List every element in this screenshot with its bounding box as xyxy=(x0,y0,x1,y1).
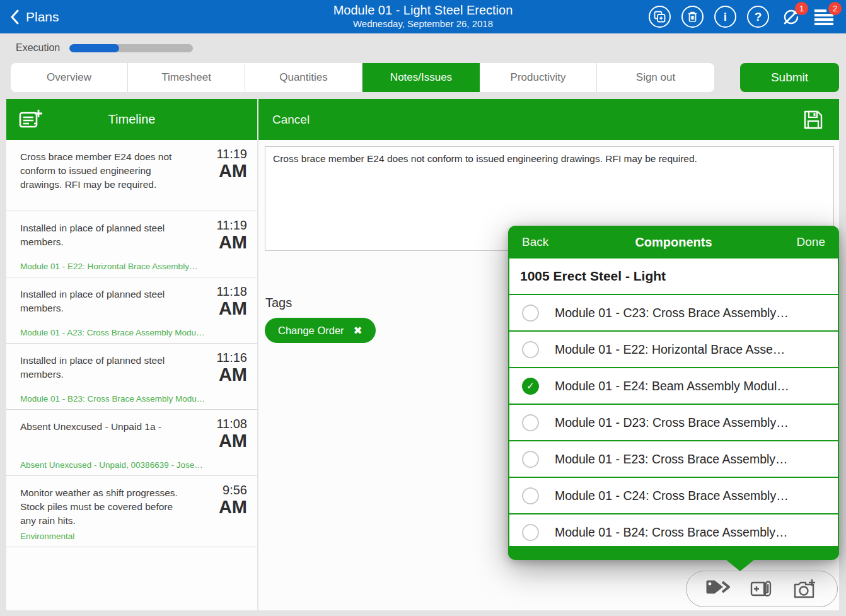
tab-timesheet[interactable]: Timesheet xyxy=(128,63,245,92)
tab-bar: Overview Timesheet Quantities Notes/Issu… xyxy=(11,63,714,92)
timeline-entry-text: Cross brace member E24 does not conform … xyxy=(20,150,182,192)
radio-icon[interactable] xyxy=(522,451,539,468)
info-icon[interactable]: i xyxy=(714,6,736,28)
timeline-header: Timeline xyxy=(6,99,257,140)
component-option-label: Module 01 - C23: Cross Brace Assembly… xyxy=(555,306,789,320)
back-to-plans-button[interactable]: Plans xyxy=(10,0,59,33)
component-option-label: Module 01 - C24: Cross Brace Assembly… xyxy=(555,489,789,503)
timeline-entry-text: Absent Unexcused - Unpaid 1a - xyxy=(20,420,182,434)
popover-footer xyxy=(508,546,839,560)
timeline-entry-ampm: AM xyxy=(216,431,247,450)
sync-badge: 1 xyxy=(795,2,808,15)
component-option[interactable]: Module 01 - D23: Cross Brace Assembly… xyxy=(509,405,838,441)
note-editor-header: Cancel xyxy=(258,99,839,140)
timeline-entry-ampm: AM xyxy=(216,365,247,384)
attach-file-icon[interactable] xyxy=(750,579,774,599)
component-option[interactable]: Module 01 - C24: Cross Brace Assembly… xyxy=(509,478,838,514)
timeline-entry-tag: Absent Unexcused - Unpaid, 00386639 - Jo… xyxy=(20,460,203,470)
topbar-actions: i ? 1 2 xyxy=(649,0,836,33)
tag-icon[interactable] xyxy=(705,579,731,598)
submit-button[interactable]: Submit xyxy=(740,63,839,92)
radio-icon[interactable] xyxy=(522,487,539,504)
radio-icon[interactable]: ✓ xyxy=(522,378,539,395)
chevron-left-icon xyxy=(10,9,19,25)
radio-icon[interactable] xyxy=(522,524,539,541)
components-group-header: 1005 Erect Steel - Light xyxy=(509,259,838,295)
timeline-entry[interactable]: Installed in place of planned steel memb… xyxy=(6,344,257,410)
tab-label: Timesheet xyxy=(161,71,211,84)
save-icon[interactable] xyxy=(803,109,824,131)
component-option[interactable]: ✓ Module 01 - E24: Beam Assembly Modul… xyxy=(509,368,838,405)
tab-quantities[interactable]: Quantities xyxy=(245,63,362,92)
components-title: Components xyxy=(508,235,839,250)
trash-icon[interactable] xyxy=(681,6,704,28)
timeline-entry-time: 11:18 AM xyxy=(216,284,247,318)
timeline-entry-time: 9:56 AM xyxy=(219,483,247,516)
radio-icon[interactable] xyxy=(522,341,539,358)
timeline-entry[interactable]: Monitor weather as shift progresses. Sto… xyxy=(6,476,257,547)
tab-label: Notes/Issues xyxy=(390,71,452,84)
add-note-icon[interactable] xyxy=(19,108,43,130)
cancel-button[interactable]: Cancel xyxy=(272,113,310,127)
timeline-entry-tag: Module 01 - B23: Cross Brace Assembly Mo… xyxy=(20,394,205,404)
radio-icon[interactable] xyxy=(522,414,539,431)
menu-icon[interactable]: 2 xyxy=(813,6,836,28)
add-photo-icon[interactable] xyxy=(793,578,818,600)
timeline-entry-text: Installed in place of planned steel memb… xyxy=(20,288,182,315)
component-option[interactable]: Module 01 - C23: Cross Brace Assembly… xyxy=(509,295,838,332)
timeline-entry-ampm: AM xyxy=(216,299,247,318)
timeline-entry-hour: 11:16 xyxy=(216,351,247,365)
timeline-entry-time: 11:16 AM xyxy=(216,351,247,384)
execution-progress-row: Execution xyxy=(0,33,846,62)
components-popover-header: Components Back Done xyxy=(508,226,839,259)
popover-done-button[interactable]: Done xyxy=(797,235,825,249)
component-option[interactable]: Module 01 - E22: Horizontal Brace Asse… xyxy=(509,332,838,368)
tab-productivity[interactable]: Productivity xyxy=(480,63,597,92)
tags-label: Tags xyxy=(265,296,292,310)
tag-chip-change-order[interactable]: Change Order ✖ xyxy=(265,318,376,343)
timeline-entry-text: Monitor weather as shift progresses. Sto… xyxy=(20,486,182,528)
timeline-entry-tag: Module 01 - A23: Cross Brace Assembly Mo… xyxy=(20,328,205,337)
timeline-title: Timeline xyxy=(108,112,156,127)
duplicate-icon[interactable] xyxy=(649,6,671,28)
popover-back-button[interactable]: Back xyxy=(522,235,548,249)
timeline-list: Cross brace member E24 does not conform … xyxy=(6,140,257,547)
radio-icon[interactable] xyxy=(522,305,539,322)
timeline-entry-tag: Environmental xyxy=(20,532,74,541)
components-list: 1005 Erect Steel - Light Module 01 - C23… xyxy=(508,259,839,560)
timeline-entry-hour: 11:19 xyxy=(216,218,247,233)
tab-label: Productivity xyxy=(511,71,566,84)
sync-off-icon[interactable]: 1 xyxy=(780,6,803,28)
component-option-label: Module 01 - E23: Cross Brace Assembly… xyxy=(555,452,788,467)
timeline-entry-time: 11:19 AM xyxy=(216,218,247,252)
execution-progress-fill xyxy=(69,44,119,52)
timeline-entry[interactable]: Installed in place of planned steel memb… xyxy=(6,211,257,277)
execution-label: Execution xyxy=(16,42,60,54)
timeline-entry-hour: 11:08 xyxy=(216,417,247,431)
note-attachments-toolbar xyxy=(686,571,838,607)
page-title-block: Module 01 - Light Steel Erection Wednesd… xyxy=(189,3,657,30)
help-icon[interactable]: ? xyxy=(747,6,769,28)
timeline-entry[interactable]: Installed in place of planned steel memb… xyxy=(6,277,257,344)
page-title: Module 01 - Light Steel Erection xyxy=(189,3,657,18)
remove-tag-icon[interactable]: ✖ xyxy=(354,325,362,336)
timeline-entry-ampm: AM xyxy=(216,161,247,180)
timeline-panel: Timeline Cross brace member E24 does not… xyxy=(6,99,257,610)
components-popover: Components Back Done 1005 Erect Steel - … xyxy=(508,226,839,560)
page-date: Wednesday, September 26, 2018 xyxy=(189,18,657,30)
timeline-entry-text: Installed in place of planned steel memb… xyxy=(20,221,182,249)
execution-progress-bar xyxy=(69,44,193,52)
timeline-entry[interactable]: Cross brace member E24 does not conform … xyxy=(6,140,257,211)
tab-overview[interactable]: Overview xyxy=(11,63,128,92)
component-option[interactable]: Module 01 - E23: Cross Brace Assembly… xyxy=(509,441,838,478)
timeline-entry[interactable]: Absent Unexcused - Unpaid 1a - 11:08 AM … xyxy=(6,410,257,476)
timeline-entry-time: 11:08 AM xyxy=(216,417,247,450)
tab-notes-issues[interactable]: Notes/Issues xyxy=(362,63,480,92)
tab-sign-out[interactable]: Sign out xyxy=(597,63,714,92)
component-option-label: Module 01 - D23: Cross Brace Assembly… xyxy=(555,416,789,430)
timeline-entry-ampm: AM xyxy=(219,497,247,516)
popover-tail xyxy=(726,560,754,571)
timeline-entry-time: 11:19 AM xyxy=(216,147,247,180)
tab-label: Quantities xyxy=(279,71,328,84)
timeline-entry-tag: Module 01 - E22: Horizontal Brace Assemb… xyxy=(20,262,197,271)
